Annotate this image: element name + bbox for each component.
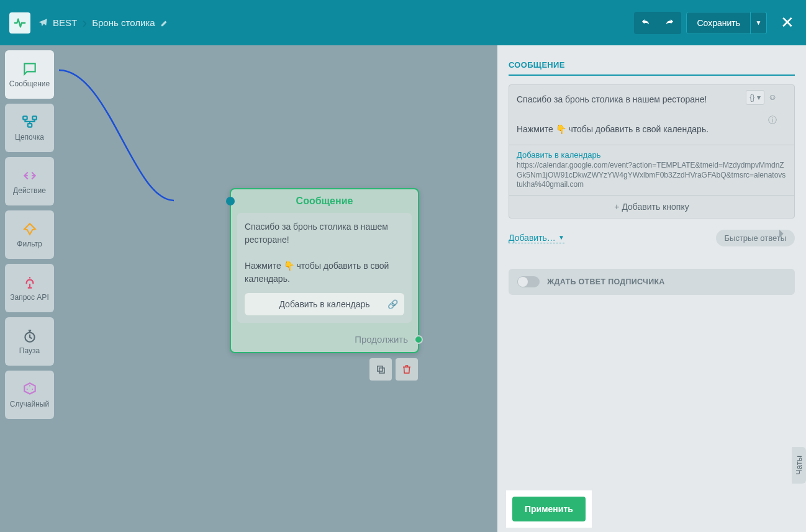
svg-point-5: [32, 389, 33, 390]
tool-api[interactable]: Запрос API: [5, 264, 54, 312]
filter-icon: [22, 221, 38, 237]
pause-icon: [22, 328, 38, 344]
chevron-down-icon: ▼: [558, 234, 564, 241]
tool-chain[interactable]: Цепочка: [5, 104, 54, 152]
tool-random[interactable]: Случайный: [5, 371, 54, 419]
toolbox: Сообщение Цепочка Действие Фильтр Запрос…: [0, 45, 59, 532]
button-title: Добавить в календарь: [517, 150, 787, 160]
svg-point-4: [26, 389, 27, 390]
copy-icon: [375, 364, 386, 375]
svg-rect-7: [378, 366, 383, 371]
breadcrumb-separator: ›: [82, 14, 87, 32]
node-message[interactable]: Сообщение Спасибо за бронь столика в наш…: [230, 188, 419, 353]
canvas[interactable]: Сообщение Спасибо за бронь столика в наш…: [59, 45, 497, 532]
tool-message[interactable]: Сообщение: [5, 50, 54, 99]
message-textarea[interactable]: Спасибо за бронь столика в нашем рестора…: [509, 85, 794, 145]
telegram-icon: [38, 18, 48, 28]
chain-icon: [22, 114, 38, 130]
node-text: Спасибо за бронь столика в нашем рестора…: [245, 220, 404, 286]
api-icon: [22, 274, 38, 291]
top-bar: BEST › Бронь столика Сохранить ▼ ✕: [0, 0, 806, 45]
wait-toggle[interactable]: [517, 276, 540, 287]
apply-button[interactable]: Применить: [512, 497, 586, 521]
add-button[interactable]: + Добавить кнопку: [509, 195, 794, 218]
message-button-item[interactable]: Добавить в календарь https://calendar.go…: [509, 145, 794, 195]
trash-icon: [401, 364, 412, 375]
tool-filter[interactable]: Фильтр: [5, 210, 54, 259]
wait-response-block: ЖДАТЬ ОТВЕТ ПОДПИСЧИКА: [509, 269, 795, 295]
duplicate-node-button[interactable]: [369, 358, 392, 381]
message-icon: [22, 61, 38, 77]
tool-action[interactable]: Действие: [5, 157, 54, 205]
chats-side-tab[interactable]: Чаты: [792, 447, 806, 484]
save-dropdown[interactable]: ▼: [751, 12, 767, 34]
node-input-port[interactable]: [226, 197, 235, 205]
connector-line: [59, 45, 245, 219]
action-icon: [22, 168, 38, 184]
breadcrumb-bot[interactable]: BEST: [38, 17, 77, 28]
node-output-port[interactable]: [414, 335, 423, 344]
svg-point-6: [29, 385, 30, 387]
redo-button[interactable]: [658, 12, 681, 34]
node-button[interactable]: Добавить в календарь 🔗: [245, 293, 404, 315]
message-editor: Спасибо за бронь столика в нашем рестора…: [509, 84, 795, 219]
save-button[interactable]: Сохранить: [686, 12, 751, 34]
node-footer[interactable]: Продолжить: [231, 329, 418, 352]
app-logo[interactable]: [9, 12, 30, 34]
button-url: https://calendar.google.com/event?action…: [517, 161, 787, 190]
tool-pause[interactable]: Пауза: [5, 317, 54, 366]
panel-title: СООБЩЕНИЕ: [509, 60, 795, 76]
bot-name: BEST: [53, 17, 77, 28]
undo-redo-group: [634, 12, 681, 34]
pencil-icon[interactable]: [160, 19, 169, 27]
breadcrumb-flow[interactable]: Бронь столика: [92, 17, 168, 28]
delete-node-button[interactable]: [396, 358, 418, 381]
add-element-dropdown[interactable]: Добавить… ▼: [509, 233, 564, 243]
emoji-button[interactable]: ☺: [768, 90, 777, 105]
svg-rect-2: [27, 124, 32, 127]
svg-rect-0: [23, 116, 27, 119]
pulse-icon: [13, 16, 27, 30]
link-icon: 🔗: [387, 299, 398, 309]
quick-replies-button[interactable]: Быстрые ответы: [716, 230, 795, 246]
flow-name: Бронь столика: [92, 17, 155, 28]
undo-button[interactable]: [634, 12, 658, 34]
node-body: Спасибо за бронь столика в нашем рестора…: [237, 213, 412, 323]
insert-variable-button[interactable]: {} ▾: [746, 90, 764, 105]
wait-label: ЖДАТЬ ОТВЕТ ПОДПИСЧИКА: [547, 277, 665, 286]
close-button[interactable]: ✕: [778, 13, 797, 32]
svg-rect-1: [32, 116, 37, 119]
apply-highlight: Применить: [506, 490, 592, 528]
properties-panel: СООБЩЕНИЕ Спасибо за бронь столика в наш…: [497, 45, 806, 532]
node-header: Сообщение: [231, 189, 418, 213]
dice-icon: [22, 381, 38, 397]
svg-rect-8: [379, 368, 384, 373]
info-icon[interactable]: ⓘ: [768, 115, 777, 126]
